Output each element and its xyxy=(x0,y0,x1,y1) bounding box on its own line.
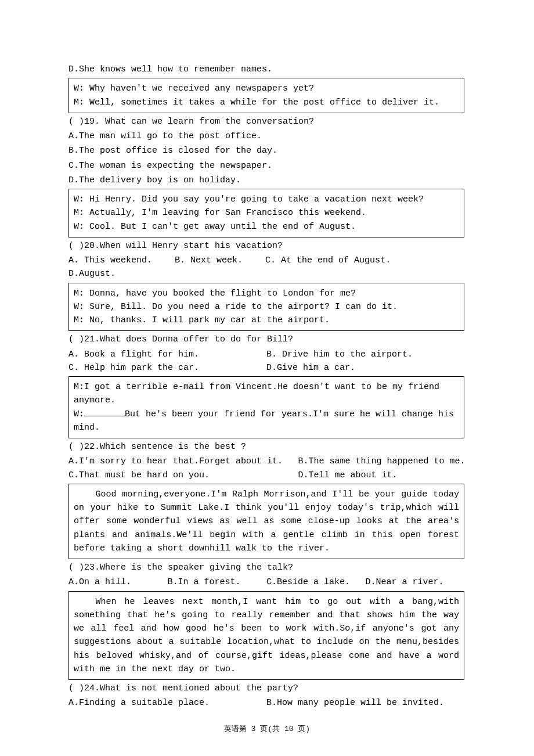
dialog-q19: W: Why haven't we received any newspaper… xyxy=(68,78,464,113)
q22-stem: ( )22.Which sentence is the best ? xyxy=(68,440,464,453)
worksheet-page: D.She knows well how to remember names. … xyxy=(0,0,534,756)
q19-opt-c: C.The woman is expecting the newspaper. xyxy=(68,159,464,172)
q23-opt-a: A.On a hill. xyxy=(68,575,168,589)
q20-opt-d: D.August. xyxy=(68,269,116,279)
q20-options: A. This weekend. B. Next week. C. At the… xyxy=(68,254,464,281)
q24-options-row1: A.Finding a suitable place. B.How many p… xyxy=(68,696,464,710)
q21-options-row1: A. Book a flight for him. B. Drive him t… xyxy=(68,348,464,361)
q22-options-row1: A.I'm sorry to hear that.Forget about it… xyxy=(68,455,464,468)
dialog-q21: M: Donna, have you booked the flight to … xyxy=(68,283,464,332)
dialog-line: M: Well, sometimes it takes a while for … xyxy=(74,96,459,109)
q23-stem: ( )23.Where is the speaker giving the ta… xyxy=(68,561,464,574)
dialog-speaker: W: xyxy=(74,409,84,419)
q21-opt-b: B. Drive him to the airport. xyxy=(266,348,464,361)
q21-stem: ( )21.What does Donna offer to do for Bi… xyxy=(68,333,464,346)
passage-text: Good morning,everyone.I'm Ralph Morrison… xyxy=(74,488,459,555)
q21-opt-c: C. Help him park the car. xyxy=(68,361,266,375)
q19-opt-d: D.The delivery boy is on holiday. xyxy=(68,174,464,187)
q22-opt-d: D.Tell me about it. xyxy=(298,469,398,482)
q22-opt-c: C.That must be hard on you. xyxy=(68,469,298,482)
fill-blank[interactable] xyxy=(84,408,125,416)
q21-opt-a: A. Book a flight for him. xyxy=(68,348,266,361)
q23-opt-b: B.In a forest. xyxy=(168,575,267,589)
dialog-line: M: Donna, have you booked the flight to … xyxy=(74,287,459,300)
dialog-line: M: Actually, I'm leaving for San Francis… xyxy=(74,206,459,219)
q24-opt-a: A.Finding a suitable place. xyxy=(68,696,266,710)
q20-opt-c: C. At the end of August. xyxy=(265,255,391,265)
passage-q24: When he leaves next month,I want him to … xyxy=(68,591,464,681)
dialog-line: M:I got a terrible e-mail from Vincent.H… xyxy=(74,380,459,408)
q21-options-row2: C. Help him park the car. D.Give him a c… xyxy=(68,361,464,375)
passage-text: When he leaves next month,I want him to … xyxy=(74,595,459,676)
q22-opt-b: B.The same thing happened to me. xyxy=(298,455,466,468)
q22-opt-a: A.I'm sorry to hear that.Forget about it… xyxy=(68,455,298,468)
q23-opt-c: C.Beside a lake. xyxy=(266,575,366,589)
dialog-line: M: No, thanks. I will park my car at the… xyxy=(74,314,459,327)
q20-opt-b: B. Next week. xyxy=(175,255,243,265)
q23-options: A.On a hill. B.In a forest. C.Beside a l… xyxy=(68,575,464,589)
dialog-q22: M:I got a terrible e-mail from Vincent.H… xyxy=(68,376,464,438)
dialog-line: W: Why haven't we received any newspaper… xyxy=(74,82,459,95)
dialog-line: W: Sure, Bill. Do you need a ride to the… xyxy=(74,300,459,314)
dialog-line: W:But he's been your friend for years.I'… xyxy=(74,408,459,435)
q23-opt-d: D.Near a river. xyxy=(366,575,465,589)
q19-opt-b: B.The post office is closed for the day. xyxy=(68,144,464,157)
q24-opt-b: B.How many people will be invited. xyxy=(266,696,464,710)
option-d-prev-question: D.She knows well how to remember names. xyxy=(68,63,464,76)
q19-opt-a: A.The man will go to the post office. xyxy=(68,129,464,143)
dialog-tail: But he's been your friend for years.I'm … xyxy=(74,409,454,433)
q20-stem: ( )20.When will Henry start his vacation… xyxy=(68,239,464,253)
q24-stem: ( )24.What is not mentioned about the pa… xyxy=(68,682,464,695)
passage-q23: Good morning,everyone.I'm Ralph Morrison… xyxy=(68,484,464,559)
page-footer: 英语第 3 页(共 10 页) xyxy=(0,723,534,735)
dialog-line: W: Hi Henry. Did you say you're going to… xyxy=(74,193,459,206)
q19-stem: ( )19. What can we learn from the conver… xyxy=(68,115,464,128)
q22-options-row2: C.That must be hard on you. D.Tell me ab… xyxy=(68,469,464,482)
dialog-q20: W: Hi Henry. Did you say you're going to… xyxy=(68,189,464,237)
q20-opt-a: A. This weekend. xyxy=(68,255,152,265)
dialog-line: W: Cool. But I can't get away until the … xyxy=(74,220,459,233)
q21-opt-d: D.Give him a car. xyxy=(266,361,464,375)
